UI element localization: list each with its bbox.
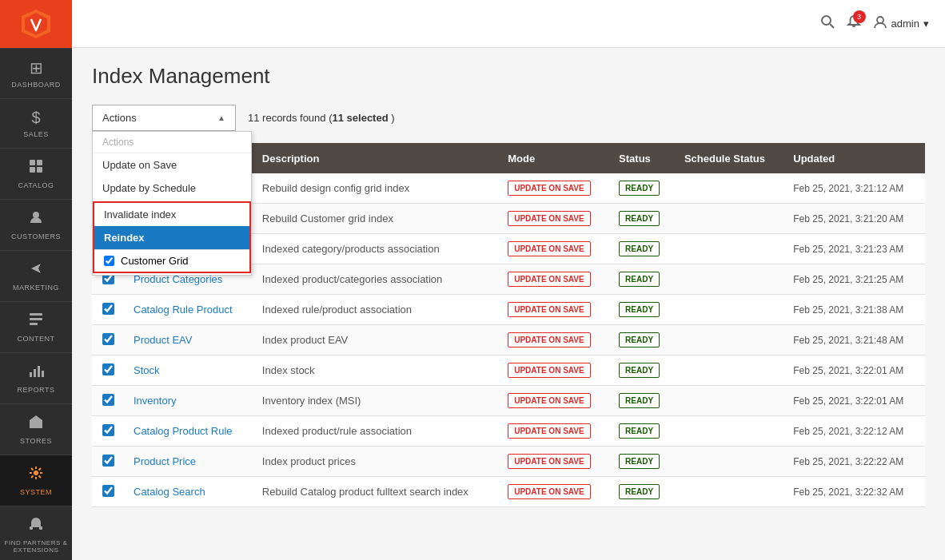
svg-rect-10 — [30, 372, 32, 377]
index-description: Indexed product/rule association — [262, 425, 412, 437]
admin-label: admin — [891, 18, 919, 30]
svg-rect-17 — [39, 526, 42, 530]
status-badge: READY — [619, 423, 660, 439]
notification-bell[interactable]: 3 — [847, 14, 861, 33]
col-description: Description — [253, 143, 498, 173]
row-checkbox[interactable] — [102, 394, 114, 406]
row-checkbox[interactable] — [102, 363, 114, 375]
mode-badge: UPDATE ON SAVE — [508, 302, 590, 317]
sidebar-item-label: FIND PARTNERS & EXTENSIONS — [4, 539, 68, 554]
sidebar-item-marketing[interactable]: MARKETING — [0, 250, 72, 301]
sidebar-item-label: STORES — [20, 437, 52, 445]
search-icon[interactable] — [820, 14, 835, 33]
row-checkbox[interactable] — [102, 485, 114, 497]
index-name[interactable]: Stock — [134, 364, 160, 376]
row-checkbox[interactable] — [102, 424, 114, 436]
mode-badge: UPDATE ON SAVE — [508, 241, 590, 256]
mode-badge: UPDATE ON SAVE — [508, 211, 590, 226]
sidebar-item-label: CATALOG — [18, 181, 54, 189]
updated-time: Feb 25, 2021, 3:22:12 AM — [793, 426, 903, 437]
svg-rect-2 — [30, 160, 35, 165]
stores-icon — [28, 414, 44, 434]
svg-line-19 — [830, 24, 834, 28]
index-description: Index product EAV — [262, 334, 348, 346]
index-name[interactable]: Product Price — [134, 455, 196, 467]
customer-grid-checkbox[interactable] — [104, 256, 114, 266]
sidebar-item-stores[interactable]: STORES — [0, 403, 72, 455]
dropdown-item-invalidate-index[interactable]: Invalidate index — [94, 203, 249, 226]
dropdown-item-update-on-save[interactable]: Update on Save — [93, 153, 251, 177]
status-badge: READY — [619, 241, 660, 256]
svg-rect-4 — [30, 167, 35, 173]
svg-point-15 — [34, 471, 38, 475]
schedule-status — [675, 477, 784, 507]
sidebar-logo — [0, 0, 72, 48]
index-name[interactable]: Catalog Product Rule — [134, 425, 233, 437]
col-mode: Mode — [498, 143, 609, 173]
svg-rect-14 — [34, 423, 38, 428]
dropdown-item-reindex[interactable]: Reindex — [94, 226, 249, 249]
status-badge: READY — [619, 302, 660, 317]
updated-time: Feb 25, 2021, 3:21:48 AM — [793, 335, 903, 346]
status-badge: READY — [619, 454, 660, 469]
table-row: Catalog Search Rebuild Catalog product f… — [92, 477, 925, 507]
index-name[interactable]: Catalog Search — [134, 486, 205, 498]
admin-user[interactable]: admin ▾ — [873, 14, 929, 33]
sidebar-item-customers[interactable]: CUSTOMERS — [0, 199, 72, 250]
page-content: Index Management Actions ▲ Actions Updat… — [72, 48, 945, 560]
svg-rect-3 — [37, 160, 42, 165]
sidebar-item-sales[interactable]: $ SALES — [0, 98, 72, 148]
col-schedule-status: Schedule Status — [675, 143, 784, 173]
actions-button[interactable]: Actions ▲ — [92, 105, 236, 131]
updated-time: Feb 25, 2021, 3:21:38 AM — [793, 304, 903, 316]
sidebar-item-find-partners[interactable]: FIND PARTNERS & EXTENSIONS — [0, 506, 72, 560]
index-description: Indexed rule/product association — [262, 304, 412, 316]
sidebar-item-reports[interactable]: REPORTS — [0, 352, 72, 403]
index-name[interactable]: Inventory — [134, 395, 176, 407]
schedule-status — [675, 204, 784, 234]
marketing-icon — [28, 260, 44, 280]
mode-badge: UPDATE ON SAVE — [508, 393, 590, 408]
sidebar-item-system[interactable]: SYSTEM — [0, 455, 72, 506]
mode-badge: UPDATE ON SAVE — [508, 423, 590, 439]
svg-point-6 — [33, 212, 39, 218]
row-checkbox[interactable] — [102, 455, 114, 467]
index-description: Indexed product/categories association — [262, 273, 442, 285]
status-badge: READY — [619, 393, 660, 408]
svg-rect-9 — [30, 323, 38, 325]
sidebar-item-label: CUSTOMERS — [11, 232, 61, 240]
content-icon — [28, 312, 44, 332]
sidebar-item-catalog[interactable]: CATALOG — [0, 148, 72, 199]
sidebar-item-label: SALES — [23, 130, 49, 138]
schedule-status — [675, 386, 784, 416]
actions-dropdown-menu: Actions Update on Save Update by Schedul… — [92, 131, 252, 276]
table-row: Inventory Inventory index (MSI) UPDATE O… — [92, 386, 925, 416]
records-info: 11 records found (11 selected ) — [248, 112, 395, 124]
dashboard-icon: ⊞ — [30, 58, 43, 77]
index-name[interactable]: Product EAV — [134, 334, 192, 346]
schedule-status — [675, 355, 784, 386]
row-checkbox[interactable] — [102, 303, 114, 315]
schedule-status — [675, 295, 784, 325]
table-row: Stock Index stock UPDATE ON SAVE READY F… — [92, 355, 925, 386]
sidebar-item-dashboard[interactable]: ⊞ DASHBOARD — [0, 48, 72, 98]
system-icon — [28, 465, 44, 485]
actions-arrow-icon: ▲ — [217, 113, 225, 122]
updated-time: Feb 25, 2021, 3:22:01 AM — [793, 365, 903, 376]
dropdown-item-update-by-schedule[interactable]: Update by Schedule — [93, 177, 251, 200]
find-partners-icon — [28, 516, 44, 536]
updated-time: Feb 25, 2021, 3:22:32 AM — [793, 487, 903, 498]
updated-time: Feb 25, 2021, 3:22:01 AM — [793, 395, 903, 407]
index-name[interactable]: Catalog Rule Product — [134, 304, 233, 316]
sidebar-item-label: REPORTS — [18, 386, 55, 394]
notification-count: 3 — [853, 10, 866, 23]
mode-badge: UPDATE ON SAVE — [508, 272, 590, 287]
updated-time: Feb 25, 2021, 3:22:22 AM — [793, 456, 903, 467]
schedule-status — [675, 234, 784, 264]
index-description: Rebuild design config grid index — [262, 182, 409, 194]
mode-badge: UPDATE ON SAVE — [508, 363, 590, 378]
index-description: Indexed category/products association — [262, 243, 440, 255]
sidebar-item-content[interactable]: CONTENT — [0, 301, 72, 352]
reports-icon — [28, 363, 44, 383]
row-checkbox[interactable] — [102, 333, 114, 345]
